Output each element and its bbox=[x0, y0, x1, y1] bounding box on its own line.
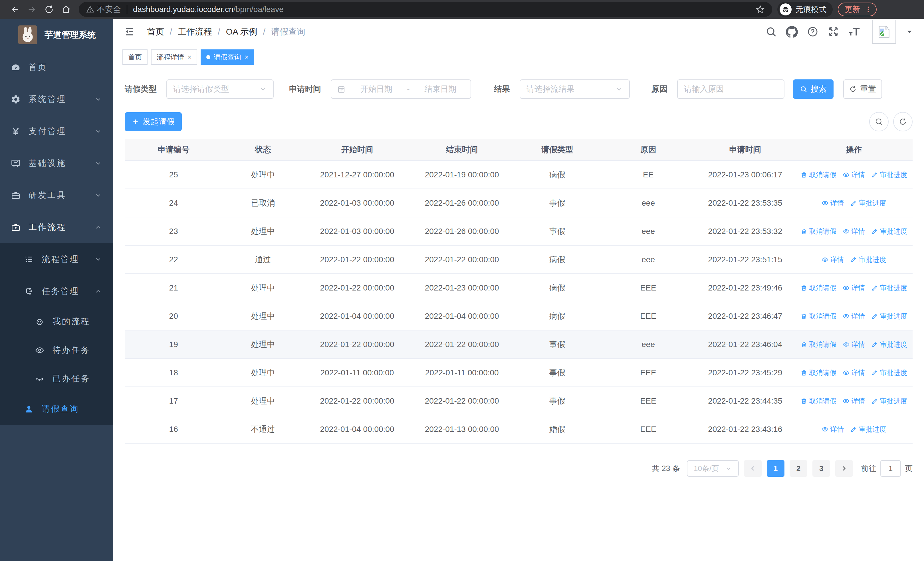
kebab-menu-icon[interactable] bbox=[865, 6, 872, 13]
search-button[interactable]: 搜索 bbox=[793, 80, 834, 99]
cell-end-time: 2022-01-22 00:00:00 bbox=[411, 387, 513, 415]
cell-leave-type: 事假 bbox=[513, 358, 601, 387]
breadcrumb-workflow[interactable]: 工作流程 bbox=[178, 26, 212, 38]
sidebar-item-leave-query[interactable]: 请假查询 bbox=[0, 393, 113, 425]
browser-chrome: 不安全 dashboard.yudao.iocoder.cn/bpm/oa/le… bbox=[0, 0, 924, 19]
approval-progress-link[interactable]: 审批进度 bbox=[850, 425, 886, 434]
cancel-leave-link[interactable]: 取消请假 bbox=[801, 311, 836, 321]
fullscreen-icon[interactable] bbox=[828, 26, 839, 38]
next-page-button[interactable] bbox=[835, 460, 853, 477]
avatar[interactable] bbox=[872, 20, 896, 44]
sidebar-item-my-process[interactable]: 我的流程 bbox=[0, 307, 113, 336]
cancel-leave-link[interactable]: 取消请假 bbox=[801, 170, 836, 179]
cancel-leave-link[interactable]: 取消请假 bbox=[801, 227, 836, 236]
search-icon[interactable] bbox=[765, 26, 777, 38]
site-security[interactable]: 不安全 bbox=[86, 4, 121, 15]
approval-progress-link[interactable]: 审批进度 bbox=[871, 340, 907, 349]
sidebar-item-payment[interactable]: 支付管理 bbox=[0, 116, 113, 147]
tab-home[interactable]: 首页 bbox=[122, 50, 147, 65]
detail-link[interactable]: 详情 bbox=[822, 199, 844, 208]
sidebar-item-home[interactable]: 首页 bbox=[0, 51, 113, 83]
main-area: 首页 / 工作流程 / OA 示例 / 请假查询 首页 流程详情 × bbox=[113, 19, 924, 561]
refresh-icon bbox=[898, 117, 907, 126]
bookmark-star-icon[interactable] bbox=[756, 5, 765, 14]
cell-start-time: 2022-01-11 00:00:00 bbox=[304, 358, 411, 387]
approval-progress-link[interactable]: 审批进度 bbox=[871, 227, 907, 236]
page-button-2[interactable]: 2 bbox=[790, 460, 807, 477]
cell-end-time: 2022-01-11 00:00:00 bbox=[411, 358, 513, 387]
approval-progress-link[interactable]: 审批进度 bbox=[850, 199, 886, 208]
approval-progress-link[interactable]: 审批进度 bbox=[871, 311, 907, 321]
close-icon[interactable]: × bbox=[244, 53, 249, 61]
github-icon[interactable] bbox=[786, 26, 798, 38]
detail-link[interactable]: 详情 bbox=[843, 227, 865, 236]
goto-page-input[interactable] bbox=[880, 460, 901, 477]
chevron-down-icon bbox=[94, 160, 102, 167]
breadcrumb-home[interactable]: 首页 bbox=[147, 26, 164, 38]
sidebar-item-task-mgmt[interactable]: 任务管理 bbox=[0, 275, 113, 307]
page-button-1[interactable]: 1 bbox=[767, 460, 784, 477]
sidebar-item-devtools[interactable]: 研发工具 bbox=[0, 179, 113, 211]
detail-link[interactable]: 详情 bbox=[822, 255, 844, 264]
browser-back-icon[interactable] bbox=[6, 1, 23, 18]
tab-process-detail[interactable]: 流程详情 × bbox=[151, 50, 197, 65]
app-title: 芋道管理系统 bbox=[45, 29, 96, 41]
trash-icon bbox=[801, 171, 807, 178]
detail-link[interactable]: 详情 bbox=[843, 283, 865, 292]
sidebar-collapse-icon[interactable] bbox=[124, 26, 135, 37]
detail-link[interactable]: 详情 bbox=[843, 368, 865, 378]
detail-link[interactable]: 详情 bbox=[843, 397, 865, 406]
approval-progress-link[interactable]: 审批进度 bbox=[871, 283, 907, 292]
app-logo-row[interactable]: 芋道管理系统 bbox=[0, 19, 113, 51]
apply-time-range-picker[interactable]: 开始日期 - 结束日期 bbox=[331, 80, 471, 99]
reason-input[interactable]: 请输入原因 bbox=[677, 80, 784, 99]
browser-forward-icon[interactable] bbox=[23, 1, 40, 18]
detail-link[interactable]: 详情 bbox=[843, 340, 865, 349]
browser-home-icon[interactable] bbox=[58, 1, 75, 18]
create-leave-button[interactable]: 发起请假 bbox=[125, 112, 182, 131]
detail-link[interactable]: 详情 bbox=[843, 170, 865, 179]
prev-page-button[interactable] bbox=[744, 460, 762, 477]
approval-progress-link[interactable]: 审批进度 bbox=[871, 170, 907, 179]
help-icon[interactable] bbox=[807, 26, 818, 38]
browser-reload-icon[interactable] bbox=[40, 1, 58, 18]
page-size-select[interactable]: 10条/页 bbox=[687, 460, 739, 477]
cell-actions: 详情 审批进度 bbox=[795, 189, 913, 217]
pen-icon bbox=[871, 398, 878, 405]
caret-down-icon[interactable] bbox=[906, 28, 913, 35]
detail-link[interactable]: 详情 bbox=[822, 425, 844, 434]
tab-leave-query[interactable]: 请假查询 × bbox=[201, 50, 254, 65]
address-bar[interactable]: 不安全 dashboard.yudao.iocoder.cn/bpm/oa/le… bbox=[79, 2, 772, 17]
cancel-leave-link[interactable]: 取消请假 bbox=[801, 283, 836, 292]
close-icon[interactable]: × bbox=[188, 53, 192, 61]
approval-progress-link[interactable]: 审批进度 bbox=[871, 368, 907, 378]
browser-update-button[interactable]: 更新 bbox=[838, 3, 877, 16]
cell-start-time: 2022-01-22 00:00:00 bbox=[304, 330, 411, 358]
cell-reason: EEE bbox=[601, 274, 695, 302]
detail-link[interactable]: 详情 bbox=[843, 311, 865, 321]
approval-progress-link[interactable]: 审批进度 bbox=[871, 397, 907, 406]
cancel-leave-link[interactable]: 取消请假 bbox=[801, 397, 836, 406]
sidebar-item-system[interactable]: 系统管理 bbox=[0, 83, 113, 116]
leave-type-select[interactable]: 请选择请假类型 bbox=[166, 80, 274, 99]
refresh-table-button[interactable] bbox=[893, 112, 913, 131]
navbar: 首页 / 工作流程 / OA 示例 / 请假查询 bbox=[113, 19, 924, 45]
sidebar-item-process-mgmt[interactable]: 流程管理 bbox=[0, 244, 113, 275]
toggle-search-button[interactable] bbox=[869, 112, 889, 131]
cell-actions: 取消请假 详情 审批进度 bbox=[795, 161, 913, 189]
sidebar-item-infra[interactable]: 基础设施 bbox=[0, 147, 113, 179]
page-button-3[interactable]: 3 bbox=[812, 460, 830, 477]
cancel-leave-link[interactable]: 取消请假 bbox=[801, 368, 836, 378]
sidebar-item-todo-tasks[interactable]: 待办任务 bbox=[0, 336, 113, 364]
reset-button[interactable]: 重置 bbox=[843, 80, 882, 99]
chevron-down-icon bbox=[94, 128, 102, 135]
font-size-icon[interactable] bbox=[848, 26, 861, 38]
approval-progress-link[interactable]: 审批进度 bbox=[850, 255, 886, 264]
breadcrumb-oa[interactable]: OA 示例 bbox=[226, 26, 257, 38]
sidebar-item-done-tasks[interactable]: 已办任务 bbox=[0, 364, 113, 393]
leave-table-body: 25 处理中 2021-12-27 00:00:00 2022-01-19 00… bbox=[125, 161, 913, 443]
result-select[interactable]: 请选择流结果 bbox=[520, 80, 630, 99]
sidebar-item-workflow[interactable]: 工作流程 bbox=[0, 211, 113, 244]
cell-apply-time: 2022-01-22 23:53:32 bbox=[695, 217, 795, 245]
cancel-leave-link[interactable]: 取消请假 bbox=[801, 340, 836, 349]
